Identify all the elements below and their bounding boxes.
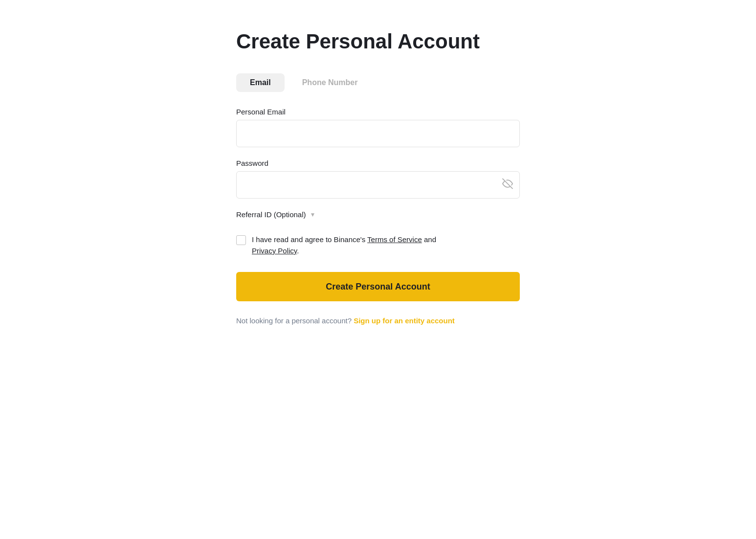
agreement-checkbox[interactable] — [236, 235, 246, 245]
entity-account-link[interactable]: Sign up for an entity account — [354, 316, 455, 325]
email-field-group: Personal Email — [236, 108, 520, 147]
tos-link[interactable]: Terms of Service — [367, 235, 422, 244]
privacy-policy-link[interactable]: Privacy Policy — [252, 247, 297, 255]
password-input[interactable] — [236, 171, 520, 199]
page-title: Create Personal Account — [236, 29, 480, 54]
registration-form: Create Personal Account Email Phone Numb… — [236, 29, 520, 327]
tab-email[interactable]: Email — [236, 73, 285, 92]
chevron-down-icon: ▼ — [310, 211, 316, 218]
create-account-button[interactable]: Create Personal Account — [236, 272, 520, 301]
referral-label: Referral ID (Optional) — [236, 210, 306, 219]
tab-phone[interactable]: Phone Number — [289, 73, 372, 92]
password-label: Password — [236, 159, 520, 167]
agreement-row: I have read and agree to Binance's Terms… — [236, 234, 520, 256]
agreement-text: I have read and agree to Binance's Terms… — [252, 234, 436, 256]
toggle-password-icon[interactable] — [502, 179, 513, 192]
footer-text: Not looking for a personal account? Sign… — [236, 315, 455, 327]
password-wrapper — [236, 171, 520, 199]
referral-row[interactable]: Referral ID (Optional) ▼ — [236, 210, 315, 219]
email-label: Personal Email — [236, 108, 520, 116]
tab-group: Email Phone Number — [236, 73, 371, 92]
email-input[interactable] — [236, 120, 520, 147]
password-field-group: Password — [236, 159, 520, 199]
